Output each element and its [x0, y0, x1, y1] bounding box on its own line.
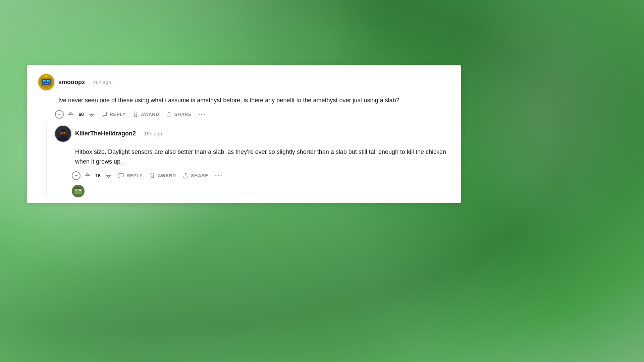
- nested-share-label: Share: [191, 173, 209, 178]
- nested-action-bar: − 16: [72, 170, 450, 181]
- partial-user-row: [54, 185, 450, 197]
- nested-timestamp: 16h ago: [144, 131, 162, 136]
- comment-action-bar: − 60 Reply: [55, 109, 450, 120]
- comment-username: smooopz: [58, 79, 85, 86]
- comment-separator: ·: [88, 79, 90, 85]
- svg-rect-6: [47, 80, 48, 81]
- nested-more-icon: ···: [215, 172, 223, 179]
- comment-item: smooopz · 20h ago · Ive never seen one o…: [38, 73, 450, 197]
- comment-body: Ive never seen one of these using what i…: [58, 96, 450, 105]
- reply-label: Reply: [110, 112, 126, 117]
- nested-avatar: [54, 125, 72, 142]
- comment-header: smooopz · 20h ago ·: [38, 73, 450, 91]
- comment-dot: ·: [114, 79, 116, 85]
- thread-line: [46, 124, 47, 198]
- nested-collapse-button[interactable]: −: [72, 171, 80, 180]
- nested-comment-username: KillerTheHelldragon2: [75, 130, 136, 137]
- nested-vote-count: 16: [94, 173, 102, 178]
- partial-avatar: [72, 185, 85, 197]
- comment-timestamp: 20h ago: [93, 79, 111, 85]
- svg-point-25: [151, 173, 154, 176]
- comments-card: smooopz · 20h ago · Ive never seen one o…: [27, 65, 461, 203]
- svg-point-31: [79, 190, 80, 191]
- share-label: Share: [174, 112, 192, 117]
- svg-rect-16: [51, 80, 53, 83]
- collapse-button[interactable]: −: [55, 110, 64, 119]
- svg-point-14: [45, 75, 47, 77]
- nested-reply-label: Reply: [126, 173, 143, 178]
- downvote-button[interactable]: [87, 110, 96, 119]
- svg-rect-5: [43, 80, 44, 81]
- svg-rect-9: [45, 83, 46, 84]
- nested-vote-group: 16: [83, 171, 113, 180]
- nested-reply-button[interactable]: Reply: [115, 171, 145, 181]
- nested-comment-header: KillerTheHelldragon2 · 16h ago ·: [54, 125, 450, 142]
- award-button[interactable]: Award: [130, 109, 162, 119]
- nested-award-label: Award: [158, 173, 176, 178]
- vote-count: 60: [77, 112, 85, 117]
- nested-upvote-button[interactable]: [83, 171, 92, 180]
- nested-more-button[interactable]: ···: [212, 170, 225, 181]
- more-button[interactable]: ···: [196, 109, 209, 120]
- svg-rect-15: [40, 80, 42, 83]
- nested-separator: ·: [139, 131, 141, 136]
- svg-rect-8: [43, 83, 44, 84]
- svg-rect-17: [44, 86, 48, 88]
- svg-point-30: [76, 190, 77, 191]
- svg-point-24: [64, 132, 65, 133]
- svg-rect-12: [49, 83, 50, 84]
- nested-downvote-button[interactable]: [104, 171, 113, 180]
- thread-container: KillerTheHelldragon2 · 16h ago · Hitbox …: [46, 124, 450, 198]
- nested-comment: KillerTheHelldragon2 · 16h ago · Hitbox …: [54, 124, 450, 198]
- nested-comment-body: Hitbox size. Daylight sensors are also b…: [75, 147, 450, 167]
- award-label: Award: [141, 112, 159, 117]
- svg-rect-33: [74, 188, 83, 189]
- nested-award-button[interactable]: Award: [147, 171, 179, 181]
- avatar: [38, 73, 55, 91]
- share-button[interactable]: Share: [163, 109, 195, 119]
- svg-rect-10: [46, 83, 47, 84]
- svg-point-23: [61, 132, 62, 133]
- upvote-button[interactable]: [66, 110, 75, 119]
- reply-button[interactable]: Reply: [99, 109, 128, 119]
- svg-point-18: [134, 112, 137, 115]
- vote-group: 60: [66, 110, 96, 119]
- nested-dot: ·: [165, 131, 167, 136]
- svg-rect-11: [47, 83, 48, 84]
- nested-share-button[interactable]: Share: [180, 171, 211, 181]
- more-icon: ···: [198, 111, 206, 118]
